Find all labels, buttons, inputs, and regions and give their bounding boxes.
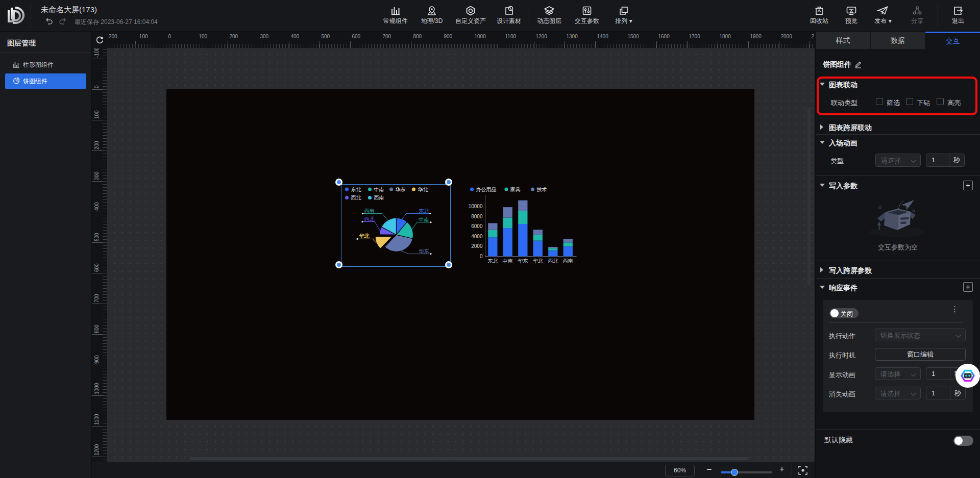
svg-text:东北: 东北 <box>487 258 498 264</box>
svg-text:2000: 2000 <box>471 243 483 249</box>
svg-text:中南: 中南 <box>502 258 512 264</box>
svg-text:4000: 4000 <box>471 234 483 239</box>
svg-text:8000: 8000 <box>471 214 483 219</box>
svg-text:技术: 技术 <box>536 187 547 192</box>
svg-text:西北: 西北 <box>548 258 558 264</box>
svg-text:0: 0 <box>479 254 482 259</box>
svg-text:家具: 家具 <box>510 187 521 192</box>
svg-text:西南: 西南 <box>562 258 573 264</box>
svg-text:华北: 华北 <box>532 258 543 264</box>
svg-text:办公用品: 办公用品 <box>476 187 496 192</box>
svg-text:华东: 华东 <box>518 258 528 264</box>
svg-text:6000: 6000 <box>471 223 483 229</box>
svg-text:10000: 10000 <box>468 204 482 209</box>
